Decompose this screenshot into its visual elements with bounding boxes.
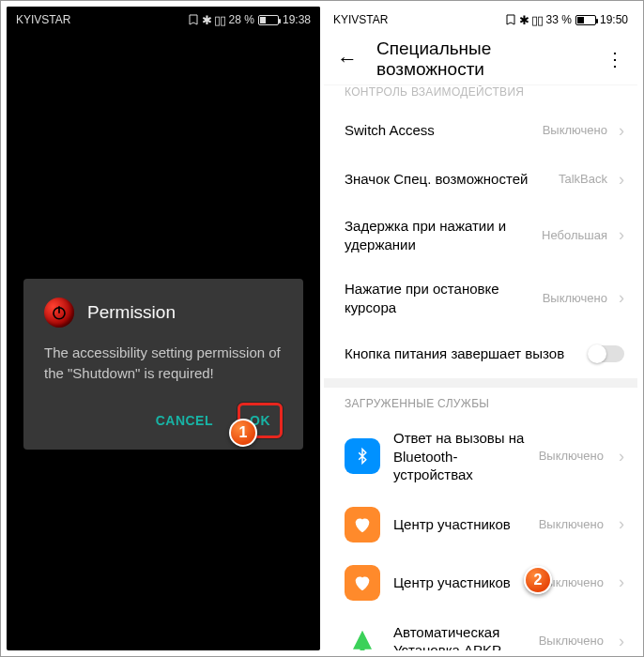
row-value: Небольшая (542, 228, 607, 243)
status-icons: ✱ ▯▯ (505, 13, 543, 27)
row-title: Задержка при нажатии и удержании (345, 217, 532, 253)
row-title: Кнопка питания завершает вызов (345, 344, 579, 363)
service-value: Выключено (539, 517, 604, 532)
chevron-icon: › (619, 121, 624, 141)
svg-rect-2 (360, 649, 365, 651)
chevron-icon: › (619, 288, 624, 308)
heart-icon (345, 507, 380, 542)
phone-right: KYIVSTAR ✱ ▯▯ 33 % 19:50 ← Специальные в… (324, 7, 637, 650)
row-title: Switch Access (345, 121, 533, 140)
battery-text: 33 % (546, 13, 572, 26)
carrier-label: KYIVSTAR (16, 13, 70, 26)
row-value: Выключено (543, 291, 607, 306)
battery-text: 28 % (229, 13, 254, 26)
power-icon (44, 298, 74, 328)
status-icons: ✱ ▯▯ (188, 13, 225, 27)
chevron-icon: › (619, 632, 624, 651)
row-cursor-stop[interactable]: Нажатие при остановке курсора Выключено … (324, 267, 637, 329)
chevron-icon: › (619, 573, 624, 592)
dialog-title: Permission (87, 302, 176, 323)
row-switch-access[interactable]: Switch Access Выключено › (324, 106, 637, 155)
chevron-icon: › (619, 170, 624, 190)
row-title: Значок Спец. возможностей (345, 170, 549, 189)
row-title: Нажатие при остановке курсора (345, 280, 533, 316)
carrier-label: KYIVSTAR (333, 13, 388, 26)
status-bar-left: KYIVSTAR ✱ ▯▯ 28 % 19:38 (7, 7, 320, 33)
battery-icon (575, 15, 596, 25)
row-a11y-icon[interactable]: Значок Спец. возможностей TalkBack › (324, 155, 637, 204)
row-power-end-call[interactable]: Кнопка питания завершает вызов (324, 329, 637, 378)
apk-icon (345, 623, 380, 650)
header-bar: ← Специальные возможности ⋮ (324, 33, 637, 85)
clock: 19:50 (600, 13, 628, 26)
section-header: ЗАГРУЖЕННЫЕ СЛУЖБЫ (324, 388, 637, 418)
badge-2: 2 (524, 566, 552, 594)
more-button[interactable]: ⋮ (606, 48, 624, 70)
section-header: КОНТРОЛЬ ВЗАИМОДЕЙСТВИЯ (324, 85, 637, 106)
service-bluetooth[interactable]: Ответ на вызовы на Bluetooth-устройствах… (324, 418, 637, 496)
chevron-icon: › (619, 514, 624, 534)
battery-icon (258, 15, 279, 25)
status-bar-right: KYIVSTAR ✱ ▯▯ 33 % 19:50 (324, 7, 637, 33)
service-title: Центр участников (393, 515, 526, 534)
service-apk[interactable]: Автоматическая Установка APKP Выключено … (324, 612, 637, 651)
badge-1: 1 (229, 419, 257, 447)
service-value: Выключено (539, 449, 604, 464)
clock: 19:38 (283, 13, 311, 26)
row-value: Выключено (543, 123, 607, 138)
row-tap-delay[interactable]: Задержка при нажатии и удержании Небольш… (324, 204, 637, 267)
service-title: Ответ на вызовы на Bluetooth-устройствах (393, 429, 526, 484)
dialog-body: The accessibility setting permission of … (44, 343, 283, 384)
divider (324, 378, 637, 388)
service-value: Выключено (539, 634, 604, 649)
service-center-1[interactable]: Центр участников Выключено › (324, 496, 637, 554)
service-title: Центр участников (393, 573, 526, 592)
cancel-button[interactable]: CANCEL (146, 405, 222, 435)
row-value: TalkBack (559, 172, 607, 187)
back-button[interactable]: ← (337, 47, 358, 71)
service-title: Автоматическая Установка APKP (393, 623, 526, 651)
toggle-off[interactable] (589, 345, 624, 362)
page-title: Специальные возможности (376, 38, 587, 80)
chevron-icon: › (619, 447, 624, 466)
bluetooth-icon (345, 438, 380, 474)
chevron-icon: › (619, 225, 624, 245)
heart-icon (345, 565, 380, 601)
permission-dialog: Permission The accessibility setting per… (23, 279, 303, 450)
service-center-2[interactable]: Центр участников Выключено › (324, 554, 637, 612)
settings-list[interactable]: КОНТРОЛЬ ВЗАИМОДЕЙСТВИЯ Switch Access Вы… (324, 85, 637, 650)
phone-left: KYIVSTAR ✱ ▯▯ 28 % 19:38 Permission The … (7, 7, 320, 650)
